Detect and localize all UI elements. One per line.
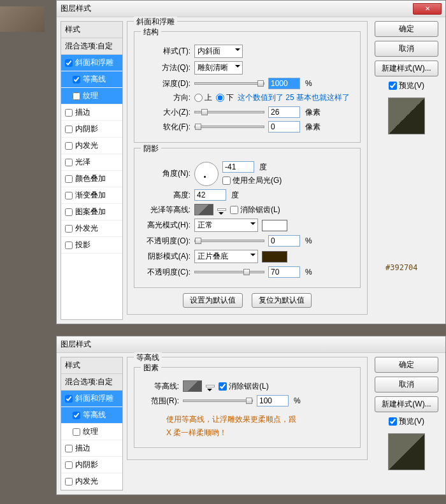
preview-thumb (388, 433, 425, 470)
bevel-legend: 斜面和浮雕 (134, 17, 177, 27)
sidebar-outer-glow[interactable]: 外发光 (61, 220, 122, 237)
layer-style-dialog-2: 图层样式 样式 混合选项:自定 斜面和浮雕 等高线 纹理 描边 内阴影 内发光 … (56, 336, 446, 495)
contour-swatch[interactable] (183, 380, 202, 392)
angle-input[interactable]: -41 (222, 161, 254, 173)
gloss-anti[interactable]: 消除锯齿(L) (230, 205, 280, 215)
contour-check[interactable] (73, 76, 80, 83)
sidebar-bevel[interactable]: 斜面和浮雕 (61, 391, 122, 407)
dialog-title: 图层样式 (61, 3, 413, 14)
depth-slider[interactable] (194, 82, 264, 85)
titlebar: 图层样式 ✕ (57, 1, 445, 17)
sidebar-stroke[interactable]: 描边 (61, 440, 122, 457)
sidebar-gradient-overlay[interactable]: 渐变叠加 (61, 187, 122, 204)
sh-opacity-input[interactable]: 70 (268, 266, 300, 278)
sidebar-contour[interactable]: 等高线 (61, 71, 122, 88)
footer-note: 斜面浮雕的参数仅供参考，不是绝对的，可以自己试下，可以调出新花样哟！ (0, 495, 446, 504)
dir-down[interactable]: 下 (216, 92, 234, 103)
ok-button[interactable]: 确定 (375, 357, 438, 373)
contour-dd[interactable] (206, 385, 215, 387)
bevel-panel: 斜面和浮雕 结构 样式(T):内斜面 方法(Q):雕刻清晰 深度(D):1000… (127, 21, 368, 320)
preview-thumb (388, 97, 425, 134)
ok-button[interactable]: 确定 (375, 21, 438, 37)
gloss-dd[interactable] (217, 208, 226, 211)
shading-legend: 阴影 (141, 143, 161, 154)
blend-options[interactable]: 混合选项:自定 (61, 38, 122, 55)
size-slider[interactable] (194, 111, 264, 113)
right-buttons: 确定 取消 新建样式(W)... 预览(V) (371, 357, 442, 491)
range-slider[interactable] (183, 400, 253, 402)
global-light[interactable]: 使用全局光(G) (222, 175, 282, 186)
contour-panel: 等高线 图素 等高线:消除锯齿(L) 范围(R):100% 使用等高线，让浮雕效… (127, 357, 368, 491)
cancel-button[interactable]: 取消 (375, 41, 438, 57)
sidebar-bevel[interactable]: 斜面和浮雕 (61, 55, 122, 71)
style-select[interactable]: 内斜面 (194, 45, 243, 58)
highlight-color[interactable] (262, 220, 287, 231)
structure-legend: 结构 (141, 27, 161, 38)
contour-note-2: X 柔一样柔顺哟！ (166, 428, 354, 438)
close-button[interactable]: ✕ (413, 3, 442, 15)
right-buttons: 确定 取消 新建样式(W)... 预览(V) (371, 21, 442, 320)
sidebar-satin[interactable]: 光泽 (61, 154, 122, 171)
preview-check[interactable]: 预览(V) (389, 416, 424, 427)
contour-anti[interactable]: 消除锯齿(L) (219, 381, 269, 392)
technique-select[interactable]: 雕刻清晰 (194, 61, 243, 75)
dir-note: 这个数值到了 25 基本也就这样了 (238, 92, 350, 103)
contour-note-1: 使用等高线，让浮雕效果更柔顺点，跟 (166, 414, 354, 425)
soften-slider[interactable] (194, 126, 264, 128)
highlight-mode[interactable]: 正常 (194, 219, 258, 232)
dir-up[interactable]: 上 (194, 92, 212, 103)
titlebar: 图层样式 (57, 336, 445, 353)
new-style-button[interactable]: 新建样式(W)... (375, 61, 438, 76)
layer-style-dialog-1: 图层样式 ✕ 样式 混合选项:自定 斜面和浮雕 等高线 纹理 描边 内阴影 内发… (56, 0, 446, 324)
sidebar-inner-shadow[interactable]: 内阴影 (61, 121, 122, 138)
sidebar-stroke[interactable]: 描边 (61, 104, 122, 121)
dialog-title: 图层样式 (61, 339, 442, 350)
altitude-input[interactable]: 42 (194, 189, 226, 201)
range-input[interactable]: 100 (257, 395, 289, 407)
preview-check[interactable]: 预览(V) (389, 80, 424, 91)
bevel-check[interactable] (65, 59, 73, 67)
sh-opacity-slider[interactable] (194, 271, 264, 273)
reset-default-button[interactable]: 复位为默认值 (252, 293, 312, 308)
sidebar-inner-shadow[interactable]: 内阴影 (61, 457, 122, 473)
sidebar-inner-glow[interactable]: 内发光 (61, 138, 122, 154)
sidebar-texture[interactable]: 纹理 (61, 88, 122, 104)
sidebar-drop-shadow[interactable]: 投影 (61, 237, 122, 254)
hex-annotation: #392704 (385, 263, 418, 272)
cancel-button[interactable]: 取消 (375, 377, 438, 392)
soften-input[interactable]: 0 (268, 121, 300, 133)
shadow-mode[interactable]: 正片叠底 (194, 250, 258, 263)
sidebar-inner-glow[interactable]: 内发光 (61, 473, 122, 490)
sidebar-texture[interactable]: 纹理 (61, 424, 122, 440)
angle-dial[interactable] (194, 162, 219, 186)
hl-opacity-slider[interactable] (194, 240, 264, 242)
make-default-button[interactable]: 设置为默认值 (183, 293, 243, 308)
hl-opacity-input[interactable]: 0 (268, 235, 300, 247)
styles-sidebar: 样式 混合选项:自定 斜面和浮雕 等高线 纹理 描边 内阴影 内发光 (61, 357, 123, 491)
sidebar-pattern-overlay[interactable]: 图案叠加 (61, 204, 122, 220)
sidebar-header: 样式 (61, 22, 122, 38)
styles-sidebar: 样式 混合选项:自定 斜面和浮雕 等高线 纹理 描边 内阴影 内发光 光泽 颜色… (61, 21, 123, 320)
texture-check[interactable] (73, 92, 80, 100)
gloss-contour[interactable] (194, 204, 213, 215)
size-input[interactable]: 26 (268, 106, 300, 118)
depth-input[interactable]: 1000 (268, 78, 300, 89)
sidebar-color-overlay[interactable]: 颜色叠加 (61, 171, 122, 187)
new-style-button[interactable]: 新建样式(W)... (375, 396, 438, 412)
shadow-color[interactable] (262, 251, 287, 263)
sidebar-contour[interactable]: 等高线 (61, 407, 122, 424)
